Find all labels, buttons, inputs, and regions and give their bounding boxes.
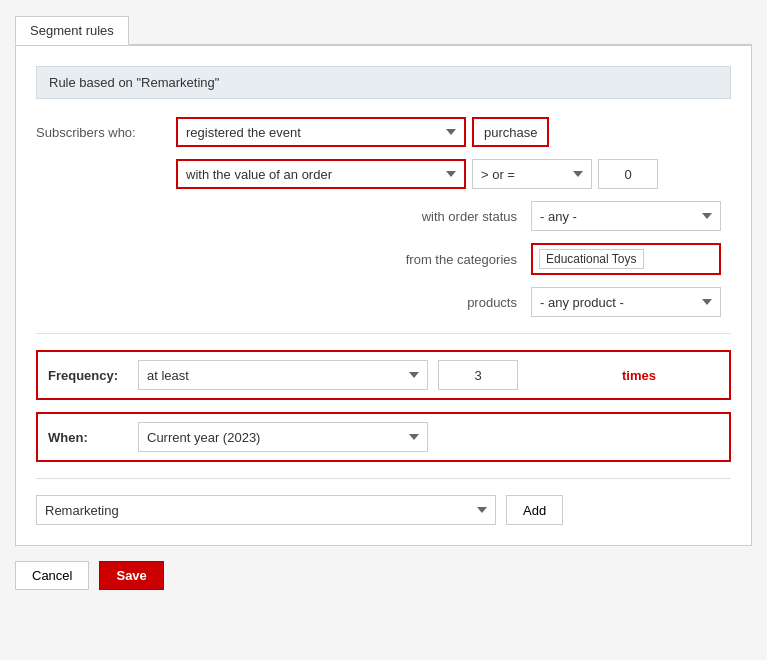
- when-section: When: Current year (2023): [36, 412, 731, 462]
- order-status-label: with order status: [422, 209, 517, 224]
- frequency-section: Frequency: at least exactly at most time…: [36, 350, 731, 400]
- category-tag: Educational Toys: [539, 249, 644, 269]
- order-status-select[interactable]: - any -: [531, 201, 721, 231]
- frequency-label: Frequency:: [48, 368, 128, 383]
- comparator-select[interactable]: > or = < or = =: [472, 159, 592, 189]
- cancel-button[interactable]: Cancel: [15, 561, 89, 590]
- save-button[interactable]: Save: [99, 561, 163, 590]
- event-value: purchase: [472, 117, 549, 147]
- add-button[interactable]: Add: [506, 495, 563, 525]
- products-label: products: [467, 295, 517, 310]
- rule-type-select[interactable]: Remarketing: [36, 495, 496, 525]
- segment-rules-tab[interactable]: Segment rules: [15, 16, 129, 45]
- frequency-count-input[interactable]: [438, 360, 518, 390]
- times-label: times: [622, 368, 656, 383]
- subscribers-label: Subscribers who:: [36, 125, 176, 140]
- rule-header: Rule based on "Remarketing": [36, 66, 731, 99]
- products-select[interactable]: - any product -: [531, 287, 721, 317]
- order-amount-input[interactable]: [598, 159, 658, 189]
- categories-label: from the categories: [406, 252, 517, 267]
- event-select[interactable]: registered the event: [176, 117, 466, 147]
- when-label: When:: [48, 430, 128, 445]
- frequency-select[interactable]: at least exactly at most: [138, 360, 428, 390]
- categories-tags-container[interactable]: Educational Toys: [531, 243, 721, 275]
- when-select[interactable]: Current year (2023): [138, 422, 428, 452]
- order-value-select[interactable]: with the value of an order: [176, 159, 466, 189]
